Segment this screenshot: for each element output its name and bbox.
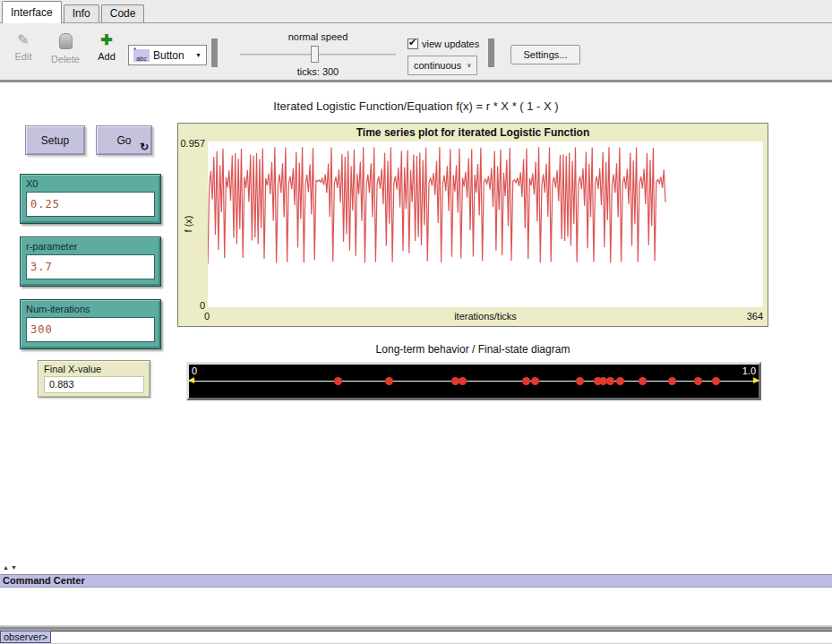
command-input[interactable] [51, 631, 832, 643]
setup-button[interactable]: Setup [25, 125, 85, 155]
num-iterations-input-label: Num-iterations [26, 304, 155, 314]
toolbar-separator [488, 39, 494, 67]
timeseries-svg [208, 142, 763, 307]
observer-context-dropdown[interactable]: observer> [0, 631, 51, 643]
final-state-dot [694, 377, 702, 385]
final-state-dot [712, 377, 720, 385]
final-state-view: 0 1.0 ◀ ▶ [186, 362, 761, 400]
final-x-value-monitor: Final X-value 0.883 [38, 360, 150, 398]
plus-icon: ✚ [90, 30, 124, 50]
r-parameter-input-label: r-parameter [26, 241, 155, 252]
forever-icon: ↻ [140, 141, 149, 153]
y-axis-title: f (x) [183, 216, 193, 233]
final-state-dot [334, 377, 342, 385]
update-mode-dropdown[interactable]: continuous ∨ [407, 56, 477, 75]
button-widget-icon: * abc [133, 49, 150, 62]
chevron-down-icon: ▼ [195, 52, 202, 58]
x0-input-field[interactable] [26, 192, 155, 217]
plot-canvas [208, 142, 763, 307]
final-state-dot [531, 377, 539, 385]
final-state-dot [385, 377, 393, 385]
command-center-header: Command Center [0, 574, 832, 588]
monitor-label: Final X-value [44, 364, 144, 374]
monitor-value: 0.883 [44, 376, 144, 393]
go-button[interactable]: Go ↻ [96, 125, 152, 155]
add-button[interactable]: ✚ Add [90, 30, 124, 62]
ticks-counter: ticks: 300 [240, 66, 396, 77]
toolbar-separator [211, 39, 218, 67]
edit-button[interactable]: ✎ Edit [5, 30, 41, 62]
view-updates-label: view updates [422, 39, 479, 49]
x0-input-label: X0 [26, 178, 155, 189]
widget-chooser-dropdown[interactable]: * abc Button ▼ [128, 45, 207, 65]
settings-button[interactable]: Settings... [510, 45, 580, 64]
x-axis-title: iterations/ticks [208, 311, 763, 322]
final-state-dot [522, 377, 530, 385]
final-state-heading: Long-term behavior / Final-state diagram [177, 343, 768, 356]
chevron-down-icon: ∨ [467, 62, 471, 69]
tab-interface[interactable]: Interface [2, 1, 62, 23]
final-state-dot [668, 377, 676, 385]
command-center-resize-toggles[interactable]: ▲▼ [3, 564, 19, 571]
pencil-icon: ✎ [5, 30, 41, 50]
widget-chooser-value: Button [153, 49, 192, 62]
plot-title: Time series plot for iterated Logistic F… [178, 126, 768, 139]
final-state-dot [616, 377, 624, 385]
speed-slider-label: normal speed [240, 31, 396, 42]
eraser-icon [45, 33, 86, 53]
left-arrow-icon: ◀ [188, 375, 194, 384]
tab-code[interactable]: Code [101, 4, 145, 22]
command-center-input-row: observer> [0, 631, 832, 643]
num-iterations-input-widget: Num-iterations [20, 299, 161, 349]
final-state-dot [639, 377, 647, 385]
tab-bar: Interface Info Code [0, 0, 832, 23]
netlogo-window: Interface Info Code ✎ Edit Delete ✚ Add … [0, 0, 832, 644]
r-parameter-input-field[interactable] [26, 254, 155, 279]
speed-slider-handle[interactable] [311, 46, 319, 63]
final-state-lane: 0 1.0 ◀ ▶ [189, 365, 759, 398]
y-axis-max-label: 0.957 [179, 138, 205, 149]
num-iterations-input-field[interactable] [26, 317, 155, 342]
view-updates-control: ✔ view updates [407, 39, 479, 49]
model-title: Iterated Logistic Function/Equation f(x)… [0, 99, 832, 113]
right-arrow-icon: ▶ [753, 375, 759, 384]
x-axis-max-label: 364 [736, 311, 763, 322]
tab-info[interactable]: Info [64, 4, 99, 22]
x0-input-widget: X0 [20, 174, 161, 224]
final-state-dot [459, 377, 467, 385]
delete-button[interactable]: Delete [45, 30, 86, 64]
final-state-dot [606, 377, 614, 385]
y-axis-min-label: 0 [179, 300, 205, 311]
checkmark-icon: ✔ [408, 37, 416, 48]
command-center-output[interactable] [0, 588, 832, 626]
view-updates-checkbox[interactable]: ✔ [407, 39, 418, 49]
final-state-dot [576, 377, 584, 385]
time-series-plot: Time series plot for iterated Logistic F… [177, 123, 768, 327]
r-parameter-input-widget: r-parameter [20, 236, 161, 287]
toolbar: ✎ Edit Delete ✚ Add * abc Button ▼ norma… [0, 23, 832, 82]
